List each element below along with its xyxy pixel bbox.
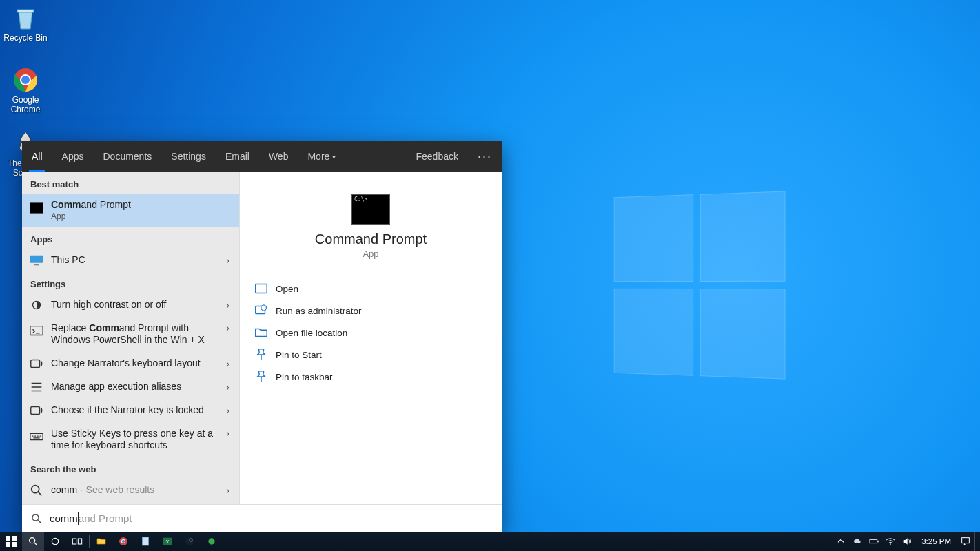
svg-rect-7 xyxy=(31,360,40,367)
desktop-icon-chrome[interactable]: Google Chrome xyxy=(0,66,51,114)
chevron-right-icon: › xyxy=(223,382,232,393)
tab-documents[interactable]: Documents xyxy=(93,141,161,172)
taskbar-steam[interactable] xyxy=(178,532,201,551)
wallpaper-windows-logo xyxy=(614,191,786,379)
search-icon xyxy=(29,483,44,498)
search-button[interactable] xyxy=(22,532,44,551)
result-title: comm - See web results xyxy=(51,484,223,497)
cortana-button[interactable] xyxy=(44,532,66,551)
result-subtitle: App xyxy=(51,211,232,222)
tray-onedrive-icon[interactable] xyxy=(850,532,865,551)
result-setting-replace-cmd[interactable]: Replace Command Prompt with Windows Powe… xyxy=(22,317,239,352)
tray-overflow-button[interactable] xyxy=(833,532,848,551)
pin-icon xyxy=(254,349,269,361)
svg-point-23 xyxy=(121,539,125,543)
desktop-icon-label: Google Chrome xyxy=(0,95,51,114)
svg-rect-6 xyxy=(30,326,43,335)
start-button[interactable] xyxy=(0,532,22,551)
section-apps: Apps xyxy=(22,227,239,249)
result-this-pc[interactable]: This PC › xyxy=(22,249,239,272)
chevron-right-icon: › xyxy=(223,428,232,439)
svg-rect-20 xyxy=(72,539,76,544)
tray-wifi-icon[interactable] xyxy=(883,532,898,551)
svg-rect-17 xyxy=(12,542,17,547)
terminal-icon xyxy=(29,324,44,339)
result-setting-narrator-key[interactable]: Choose if the Narrator key is locked › xyxy=(22,399,239,422)
taskbar-app[interactable] xyxy=(201,532,223,551)
result-web-search[interactable]: comm - See web results › xyxy=(22,479,239,502)
feedback-link[interactable]: Feedback xyxy=(407,141,468,172)
result-setting-sticky-keys[interactable]: Use Sticky Keys to press one key at a ti… xyxy=(22,422,239,457)
tray-volume-icon[interactable] xyxy=(899,532,915,551)
keyboard-icon xyxy=(29,429,44,444)
svg-point-29 xyxy=(208,538,214,544)
result-setting-app-aliases[interactable]: Manage app execution aliases › xyxy=(22,375,239,399)
taskbar-clock[interactable]: 3:25 PM xyxy=(916,537,957,545)
this-pc-icon xyxy=(29,253,44,268)
action-run-admin[interactable]: Run as administrator xyxy=(248,300,493,322)
taskbar-excel[interactable]: X xyxy=(156,532,178,551)
result-title: Replace Command Prompt with Windows Powe… xyxy=(51,322,223,346)
action-center-button[interactable] xyxy=(958,532,973,551)
task-view-button[interactable] xyxy=(66,532,88,551)
svg-rect-8 xyxy=(31,406,40,414)
search-input-suggestion: and Prompt xyxy=(79,512,132,524)
result-title: Manage app execution aliases xyxy=(51,381,223,393)
search-input[interactable]: command Prompt xyxy=(22,504,502,532)
taskbar-notepad[interactable] xyxy=(134,532,156,551)
svg-point-2 xyxy=(21,76,30,84)
svg-point-13 xyxy=(32,514,39,521)
svg-rect-9 xyxy=(30,433,43,439)
svg-rect-4 xyxy=(34,264,39,265)
taskbar-file-explorer[interactable] xyxy=(90,532,112,551)
result-title: Command Prompt xyxy=(51,199,232,211)
chevron-right-icon: › xyxy=(223,405,232,416)
action-label: Run as administrator xyxy=(276,306,362,316)
tray-battery-icon[interactable] xyxy=(866,532,881,551)
preview-cmd-icon xyxy=(351,194,390,225)
taskbar-chrome[interactable] xyxy=(112,532,134,551)
list-icon xyxy=(29,380,44,395)
search-options-button[interactable]: ··· xyxy=(468,141,502,172)
result-command-prompt[interactable]: Command Prompt App xyxy=(22,194,239,227)
action-pin-start[interactable]: Pin to Start xyxy=(248,344,493,366)
tab-all[interactable]: All xyxy=(22,141,52,172)
contrast-icon xyxy=(29,298,44,313)
tab-email[interactable]: Email xyxy=(216,141,259,172)
svg-rect-30 xyxy=(870,539,877,543)
chrome-icon xyxy=(12,66,39,94)
taskbar: X 3:25 PM xyxy=(0,532,980,551)
search-flyout: All Apps Documents Settings Email Web Mo… xyxy=(22,141,502,532)
folder-icon xyxy=(254,326,269,339)
result-title: This PC xyxy=(51,254,223,267)
svg-rect-14 xyxy=(6,536,10,541)
search-preview-pane: Command Prompt App Open Run as administr… xyxy=(240,172,502,504)
tab-settings[interactable]: Settings xyxy=(161,141,216,172)
pin-icon xyxy=(254,371,269,383)
result-setting-high-contrast[interactable]: Turn high contrast on or off › xyxy=(22,293,239,317)
open-icon xyxy=(254,282,269,295)
chevron-right-icon: › xyxy=(223,300,232,311)
svg-rect-16 xyxy=(6,542,10,547)
chevron-down-icon: ▾ xyxy=(332,153,336,160)
show-desktop-button[interactable] xyxy=(974,532,979,551)
result-setting-narrator-keyboard[interactable]: Change Narrator's keyboard layout › xyxy=(22,352,239,375)
section-best-match: Best match xyxy=(22,172,239,194)
desktop-icon-recycle-bin[interactable]: Recycle Bin xyxy=(0,4,51,43)
svg-point-18 xyxy=(30,538,35,543)
tab-apps[interactable]: Apps xyxy=(52,141,94,172)
chevron-right-icon: › xyxy=(223,255,232,266)
result-title: Turn high contrast on or off xyxy=(51,299,223,311)
action-label: Open xyxy=(276,284,298,294)
desktop-icon-label: Recycle Bin xyxy=(0,33,51,43)
svg-rect-11 xyxy=(256,284,267,293)
tab-web[interactable]: Web xyxy=(259,141,298,172)
search-icon xyxy=(30,512,43,525)
svg-point-19 xyxy=(52,538,58,544)
narrator-icon xyxy=(29,356,44,371)
action-pin-taskbar[interactable]: Pin to taskbar xyxy=(248,366,493,388)
preview-type: App xyxy=(248,249,493,259)
action-open-location[interactable]: Open file location xyxy=(248,322,493,344)
tab-more[interactable]: More ▾ xyxy=(298,141,345,172)
action-open[interactable]: Open xyxy=(248,278,493,300)
